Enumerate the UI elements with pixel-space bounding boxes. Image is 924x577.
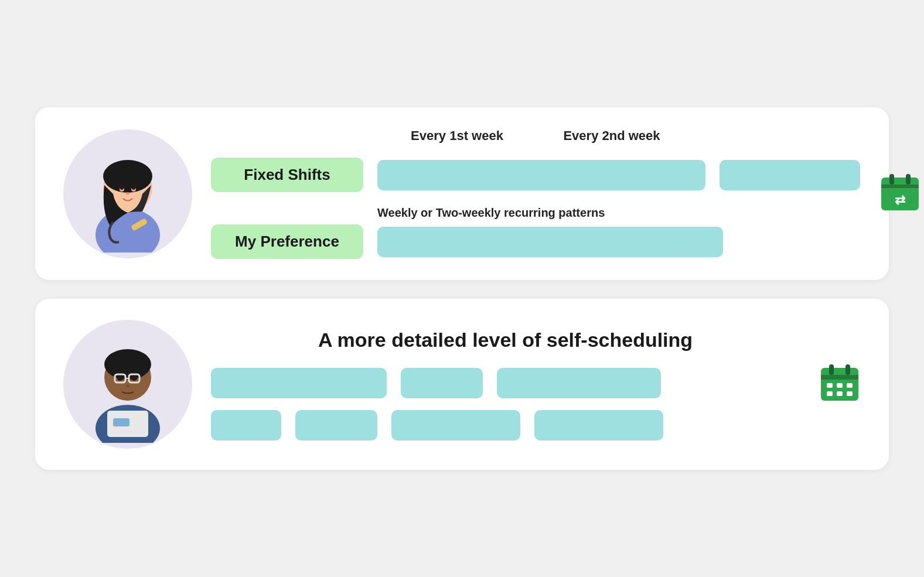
preference-section: Weekly or Two-weekly recurring patterns … [211,206,860,259]
svg-rect-12 [906,174,911,185]
bar-r2-2 [295,410,377,441]
bar-r1-2 [401,368,483,398]
card2-row1 [211,368,800,398]
doctor-illustration [75,326,180,443]
week1-header: Every 1st week [387,128,527,144]
svg-point-23 [131,376,137,381]
nurse-illustration [75,135,180,252]
svg-point-0 [96,209,160,252]
week2-header: Every 2nd week [541,128,682,144]
svg-point-24 [126,385,129,387]
svg-rect-31 [847,383,853,388]
recurring-label: Weekly or Two-weekly recurring patterns [377,206,860,220]
bar-r2-1 [211,410,281,441]
svg-text:⇄: ⇄ [895,193,906,207]
svg-rect-26 [821,375,858,380]
card2-content: A more detailed level of self-scheduling [211,329,800,441]
fixed-shifts-row: Fixed Shifts [211,158,860,192]
bar-r2-3 [391,410,520,441]
card2-title: A more detailed level of self-scheduling [211,329,800,351]
card-self-scheduling: A more detailed level of self-scheduling [35,299,889,470]
my-preference-bar [377,227,723,257]
bar-r2-4 [534,410,663,441]
svg-point-7 [126,192,129,194]
svg-rect-10 [881,185,919,188]
card2-row2 [211,410,800,441]
svg-rect-34 [847,391,853,396]
svg-rect-27 [829,364,834,375]
svg-rect-33 [837,391,843,396]
svg-rect-30 [837,383,843,388]
svg-rect-16 [113,418,129,426]
svg-point-6 [131,184,136,190]
svg-rect-32 [827,391,833,396]
card-fixed-shifts: Every 1st week Every 2nd week Fixed Shif… [35,107,889,280]
avatar-doctor [63,320,192,449]
svg-rect-28 [845,364,850,375]
fixed-shifts-tag: Fixed Shifts [211,158,363,192]
fixed-shifts-bar-week1 [377,160,705,190]
avatar-nurse [63,129,192,258]
card2-bars [211,368,800,441]
preference-row: Weekly or Two-weekly recurring patterns [211,206,860,220]
svg-point-2 [103,160,152,193]
bar-r1-1 [211,368,387,398]
calendar-icon-1: ⇄ [879,172,921,216]
svg-point-18 [104,349,151,380]
week-headers: Every 1st week Every 2nd week [387,128,860,144]
svg-point-22 [117,376,123,381]
svg-rect-11 [889,174,894,185]
svg-point-5 [120,184,124,190]
bar-r1-3 [497,368,661,398]
svg-rect-29 [827,383,833,388]
calendar-icon-2 [819,362,861,407]
my-preference-tag: My Preference [211,224,363,259]
calendar-svg-2 [819,362,861,404]
calendar-svg-1: ⇄ [879,172,921,214]
card1-content: Every 1st week Every 2nd week Fixed Shif… [211,128,860,259]
fixed-shifts-bar-week2 [720,160,860,190]
my-preference-row: My Preference [211,224,860,259]
